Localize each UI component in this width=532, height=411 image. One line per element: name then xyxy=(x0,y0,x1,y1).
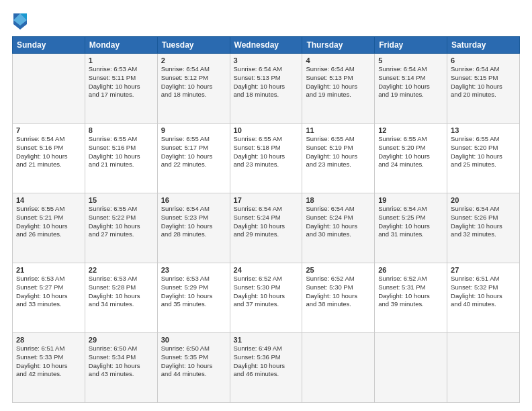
calendar-cell: 20Sunrise: 6:54 AM Sunset: 5:26 PM Dayli… xyxy=(447,193,520,263)
calendar-cell: 3Sunrise: 6:54 AM Sunset: 5:13 PM Daylig… xyxy=(230,54,302,124)
day-info: Sunrise: 6:52 AM Sunset: 5:31 PM Dayligh… xyxy=(378,275,443,309)
day-info: Sunrise: 6:55 AM Sunset: 5:18 PM Dayligh… xyxy=(234,135,299,169)
day-number: 14 xyxy=(16,196,81,204)
day-info: Sunrise: 6:54 AM Sunset: 5:24 PM Dayligh… xyxy=(234,205,299,239)
calendar-week-3: 14Sunrise: 6:55 AM Sunset: 5:21 PM Dayli… xyxy=(13,193,520,263)
day-info: Sunrise: 6:54 AM Sunset: 5:26 PM Dayligh… xyxy=(451,205,516,239)
calendar-cell: 1Sunrise: 6:53 AM Sunset: 5:11 PM Daylig… xyxy=(85,54,157,124)
day-info: Sunrise: 6:55 AM Sunset: 5:20 PM Dayligh… xyxy=(378,135,443,169)
calendar-week-5: 28Sunrise: 6:51 AM Sunset: 5:33 PM Dayli… xyxy=(13,333,520,403)
calendar-cell: 27Sunrise: 6:51 AM Sunset: 5:32 PM Dayli… xyxy=(447,263,520,333)
day-info: Sunrise: 6:54 AM Sunset: 5:15 PM Dayligh… xyxy=(451,65,516,99)
day-number: 19 xyxy=(378,196,443,204)
weekday-header-tuesday: Tuesday xyxy=(157,37,230,54)
calendar-cell xyxy=(375,333,447,403)
header xyxy=(12,11,520,30)
calendar-cell: 6Sunrise: 6:54 AM Sunset: 5:15 PM Daylig… xyxy=(447,54,520,124)
calendar-cell: 8Sunrise: 6:55 AM Sunset: 5:16 PM Daylig… xyxy=(85,124,157,193)
day-info: Sunrise: 6:54 AM Sunset: 5:14 PM Dayligh… xyxy=(378,65,443,99)
calendar-cell: 9Sunrise: 6:55 AM Sunset: 5:17 PM Daylig… xyxy=(157,124,230,193)
day-number: 15 xyxy=(89,196,154,204)
day-info: Sunrise: 6:53 AM Sunset: 5:29 PM Dayligh… xyxy=(161,275,226,309)
day-number: 10 xyxy=(234,126,299,134)
calendar-cell: 21Sunrise: 6:53 AM Sunset: 5:27 PM Dayli… xyxy=(13,263,85,333)
day-number: 21 xyxy=(16,266,81,274)
calendar-cell: 23Sunrise: 6:53 AM Sunset: 5:29 PM Dayli… xyxy=(157,263,230,333)
calendar-cell: 16Sunrise: 6:54 AM Sunset: 5:23 PM Dayli… xyxy=(157,193,230,263)
day-number: 6 xyxy=(451,56,516,64)
day-info: Sunrise: 6:55 AM Sunset: 5:19 PM Dayligh… xyxy=(306,135,371,169)
logo xyxy=(12,11,31,30)
calendar-cell: 11Sunrise: 6:55 AM Sunset: 5:19 PM Dayli… xyxy=(302,124,375,193)
day-number: 12 xyxy=(378,126,443,134)
calendar-cell: 26Sunrise: 6:52 AM Sunset: 5:31 PM Dayli… xyxy=(375,263,447,333)
calendar-cell: 22Sunrise: 6:53 AM Sunset: 5:28 PM Dayli… xyxy=(85,263,157,333)
calendar-week-2: 7Sunrise: 6:54 AM Sunset: 5:16 PM Daylig… xyxy=(13,124,520,193)
calendar-page: SundayMondayTuesdayWednesdayThursdayFrid… xyxy=(0,0,532,411)
calendar-cell: 28Sunrise: 6:51 AM Sunset: 5:33 PM Dayli… xyxy=(13,333,85,403)
day-number: 29 xyxy=(89,336,154,344)
day-info: Sunrise: 6:54 AM Sunset: 5:24 PM Dayligh… xyxy=(306,205,371,239)
calendar-cell: 24Sunrise: 6:52 AM Sunset: 5:30 PM Dayli… xyxy=(230,263,302,333)
day-number: 24 xyxy=(234,266,299,274)
day-number: 18 xyxy=(306,196,371,204)
day-number: 22 xyxy=(89,266,154,274)
calendar-cell: 2Sunrise: 6:54 AM Sunset: 5:12 PM Daylig… xyxy=(157,54,230,124)
day-info: Sunrise: 6:54 AM Sunset: 5:13 PM Dayligh… xyxy=(234,65,299,99)
day-info: Sunrise: 6:55 AM Sunset: 5:17 PM Dayligh… xyxy=(161,135,226,169)
day-number: 20 xyxy=(451,196,516,204)
calendar-cell: 10Sunrise: 6:55 AM Sunset: 5:18 PM Dayli… xyxy=(230,124,302,193)
day-number: 4 xyxy=(306,56,371,64)
day-info: Sunrise: 6:53 AM Sunset: 5:11 PM Dayligh… xyxy=(89,65,154,99)
day-number: 11 xyxy=(306,126,371,134)
calendar-cell: 13Sunrise: 6:55 AM Sunset: 5:20 PM Dayli… xyxy=(447,124,520,193)
weekday-header-wednesday: Wednesday xyxy=(230,37,302,54)
day-info: Sunrise: 6:52 AM Sunset: 5:30 PM Dayligh… xyxy=(306,275,371,309)
calendar-cell: 18Sunrise: 6:54 AM Sunset: 5:24 PM Dayli… xyxy=(302,193,375,263)
day-number: 1 xyxy=(89,56,154,64)
calendar-cell: 31Sunrise: 6:49 AM Sunset: 5:36 PM Dayli… xyxy=(230,333,302,403)
calendar-cell: 7Sunrise: 6:54 AM Sunset: 5:16 PM Daylig… xyxy=(13,124,85,193)
calendar-week-4: 21Sunrise: 6:53 AM Sunset: 5:27 PM Dayli… xyxy=(13,263,520,333)
day-number: 17 xyxy=(234,196,299,204)
day-number: 27 xyxy=(451,266,516,274)
calendar-cell xyxy=(447,333,520,403)
calendar-cell xyxy=(13,54,85,124)
day-number: 7 xyxy=(16,126,81,134)
weekday-header-saturday: Saturday xyxy=(447,37,520,54)
day-info: Sunrise: 6:54 AM Sunset: 5:23 PM Dayligh… xyxy=(161,205,226,239)
calendar-cell: 29Sunrise: 6:50 AM Sunset: 5:34 PM Dayli… xyxy=(85,333,157,403)
day-info: Sunrise: 6:54 AM Sunset: 5:16 PM Dayligh… xyxy=(16,135,81,169)
calendar-cell: 17Sunrise: 6:54 AM Sunset: 5:24 PM Dayli… xyxy=(230,193,302,263)
day-info: Sunrise: 6:51 AM Sunset: 5:33 PM Dayligh… xyxy=(16,345,81,379)
day-info: Sunrise: 6:55 AM Sunset: 5:22 PM Dayligh… xyxy=(89,205,154,239)
day-number: 28 xyxy=(16,336,81,344)
day-number: 26 xyxy=(378,266,443,274)
calendar-cell: 19Sunrise: 6:54 AM Sunset: 5:25 PM Dayli… xyxy=(375,193,447,263)
day-info: Sunrise: 6:55 AM Sunset: 5:20 PM Dayligh… xyxy=(451,135,516,169)
calendar-cell: 5Sunrise: 6:54 AM Sunset: 5:14 PM Daylig… xyxy=(375,54,447,124)
calendar-cell: 4Sunrise: 6:54 AM Sunset: 5:13 PM Daylig… xyxy=(302,54,375,124)
calendar-cell xyxy=(302,333,375,403)
calendar-table: SundayMondayTuesdayWednesdayThursdayFrid… xyxy=(12,36,520,403)
day-number: 23 xyxy=(161,266,226,274)
day-number: 25 xyxy=(306,266,371,274)
day-info: Sunrise: 6:54 AM Sunset: 5:25 PM Dayligh… xyxy=(378,205,443,239)
day-number: 2 xyxy=(161,56,226,64)
weekday-header-friday: Friday xyxy=(375,37,447,54)
weekday-header-sunday: Sunday xyxy=(13,37,85,54)
day-info: Sunrise: 6:54 AM Sunset: 5:12 PM Dayligh… xyxy=(161,65,226,99)
weekday-header-thursday: Thursday xyxy=(302,37,375,54)
day-number: 30 xyxy=(161,336,226,344)
day-number: 16 xyxy=(161,196,226,204)
day-info: Sunrise: 6:53 AM Sunset: 5:28 PM Dayligh… xyxy=(89,275,154,309)
calendar-cell: 14Sunrise: 6:55 AM Sunset: 5:21 PM Dayli… xyxy=(13,193,85,263)
day-info: Sunrise: 6:50 AM Sunset: 5:35 PM Dayligh… xyxy=(161,345,226,379)
day-info: Sunrise: 6:52 AM Sunset: 5:30 PM Dayligh… xyxy=(234,275,299,309)
weekday-header-monday: Monday xyxy=(85,37,157,54)
calendar-cell: 25Sunrise: 6:52 AM Sunset: 5:30 PM Dayli… xyxy=(302,263,375,333)
day-info: Sunrise: 6:50 AM Sunset: 5:34 PM Dayligh… xyxy=(89,345,154,379)
calendar-cell: 30Sunrise: 6:50 AM Sunset: 5:35 PM Dayli… xyxy=(157,333,230,403)
day-info: Sunrise: 6:54 AM Sunset: 5:13 PM Dayligh… xyxy=(306,65,371,99)
day-number: 13 xyxy=(451,126,516,134)
